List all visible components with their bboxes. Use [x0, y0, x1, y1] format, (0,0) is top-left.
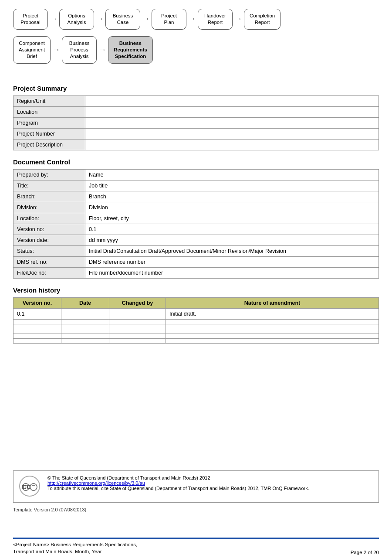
date-cell — [61, 329, 109, 334]
flow-diagram-1: ProjectProposal OptionsAnalysis Business… — [0, 0, 392, 34]
flow-arrow-7 — [97, 45, 108, 54]
table-row — [14, 324, 379, 329]
value-file-doc: File number/document number — [85, 267, 379, 278]
label-program: Program — [14, 117, 85, 128]
label-dms-ref: DMS ref. no: — [14, 256, 85, 267]
flow-arrow-4 — [186, 14, 198, 24]
value-prepared-by: Name — [85, 169, 379, 180]
table-row: Title: Job title — [14, 180, 379, 191]
label-branch: Branch: — [14, 191, 85, 202]
table-row: Project Number — [14, 128, 379, 139]
flow-box-project-plan: ProjectPlan — [152, 9, 186, 30]
svg-point-3 — [30, 483, 37, 490]
version-cell: 0.1 — [14, 308, 61, 319]
value-project-description — [85, 139, 379, 150]
flow-box-project-proposal: ProjectProposal — [13, 9, 48, 30]
table-row: 0.1 Initial draft. — [14, 308, 379, 319]
footer-cc-area: cc © The State of Queensland (Department… — [19, 475, 373, 498]
nature-cell — [166, 319, 379, 324]
value-status: Initial Draft/Consultation Draft/Approve… — [85, 245, 379, 256]
version-history-title: Version history — [13, 286, 379, 294]
label-division: Division: — [14, 202, 85, 213]
footer-box: cc © The State of Queensland (Department… — [13, 470, 379, 503]
value-region — [85, 95, 379, 106]
table-row: Version date: dd mm yyyy — [14, 235, 379, 245]
table-row — [14, 329, 379, 334]
header-date: Date — [61, 297, 109, 308]
nature-cell: Initial draft. — [166, 308, 379, 319]
flow-diagram-2: ComponentAssignmentBrief BusinessProcess… — [0, 34, 392, 72]
flow-box-handover-report: HandoverReport — [198, 9, 233, 30]
flow-box-business-case: BusinessCase — [105, 9, 140, 30]
table-row — [14, 319, 379, 324]
label-location-ps: Location — [14, 106, 85, 117]
version-cell — [14, 338, 61, 343]
flow-box-completion-report: CompletionReport — [244, 9, 280, 30]
document-control-table: Prepared by: Name Title: Job title Branc… — [13, 169, 379, 279]
document-control-title: Document Control — [13, 158, 379, 166]
header-version-no: Version no. — [14, 297, 61, 308]
label-prepared-by: Prepared by: — [14, 169, 85, 180]
version-cell — [14, 329, 61, 334]
nature-cell — [166, 334, 379, 338]
label-location-dc: Location: — [14, 213, 85, 224]
table-row: Division: Division — [14, 202, 379, 213]
flow-arrow-3 — [140, 14, 152, 24]
version-history-table: Version no. Date Changed by Nature of am… — [13, 297, 379, 344]
bottom-left-text: <Project Name> Business Requirements Spe… — [13, 541, 137, 555]
value-division: Division — [85, 202, 379, 213]
project-summary-table: Region/Unit Location Program Project Num… — [13, 95, 379, 150]
bottom-area: <Project Name> Business Requirements Spe… — [0, 516, 392, 555]
table-header-row: Version no. Date Changed by Nature of am… — [14, 297, 379, 308]
value-location-dc: Floor, street, city — [85, 213, 379, 224]
label-file-doc: File/Doc no: — [14, 267, 85, 278]
nature-cell — [166, 329, 379, 334]
flow-arrow-2 — [94, 14, 105, 24]
table-row: Location: Floor, street, city — [14, 213, 379, 224]
value-title: Job title — [85, 180, 379, 191]
value-version-no: 0.1 — [85, 224, 379, 235]
header-nature: Nature of amendment — [166, 297, 379, 308]
table-row: Location — [14, 106, 379, 117]
label-project-description: Project Description — [14, 139, 85, 150]
nature-cell — [166, 338, 379, 343]
table-row: DMS ref. no: DMS reference number — [14, 256, 379, 267]
table-row: Region/Unit — [14, 95, 379, 106]
flow-row-1: ProjectProposal OptionsAnalysis Business… — [13, 9, 379, 30]
bottom-page-number: Page 2 of 20 — [351, 550, 379, 555]
flow-arrow-1 — [48, 14, 59, 24]
changed-by-cell — [109, 319, 166, 324]
label-status: Status: — [14, 245, 85, 256]
date-cell — [61, 338, 109, 343]
label-version-no: Version no: — [14, 224, 85, 235]
cc-link[interactable]: http://creativecommons.org/licences/by/3… — [47, 480, 145, 486]
version-cell — [14, 319, 61, 324]
flow-arrow-6 — [51, 45, 62, 54]
label-region: Region/Unit — [14, 95, 85, 106]
value-project-number — [85, 128, 379, 139]
version-cell — [14, 324, 61, 329]
table-row: Prepared by: Name — [14, 169, 379, 180]
page: ProjectProposal OptionsAnalysis Business… — [0, 0, 392, 555]
date-cell — [61, 308, 109, 319]
flow-arrow-5 — [233, 14, 244, 24]
main-content: Project Summary Region/Unit Location Pro… — [0, 72, 392, 463]
flow-box-business-process: BusinessProcessAnalysis — [62, 36, 97, 64]
value-dms-ref: DMS reference number — [85, 256, 379, 267]
flow-box-business-requirements: BusinessRequirementsSpecification — [108, 36, 153, 64]
bottom-bar: <Project Name> Business Requirements Spe… — [13, 538, 379, 555]
footer-text-area: © The State of Queensland (Department of… — [47, 475, 373, 491]
label-project-number: Project Number — [14, 128, 85, 139]
date-cell — [61, 334, 109, 338]
copyright-text: © The State of Queensland (Department of… — [47, 475, 373, 480]
flow-row-2: ComponentAssignmentBrief BusinessProcess… — [13, 36, 379, 64]
flow-box-options-analysis: OptionsAnalysis — [59, 9, 94, 30]
value-branch: Branch — [85, 191, 379, 202]
cc-logo-icon: cc — [19, 475, 41, 497]
nature-cell — [166, 324, 379, 329]
date-cell — [61, 324, 109, 329]
changed-by-cell — [109, 329, 166, 334]
label-title: Title: — [14, 180, 85, 191]
changed-by-cell — [109, 334, 166, 338]
project-summary-title: Project Summary — [13, 85, 379, 92]
